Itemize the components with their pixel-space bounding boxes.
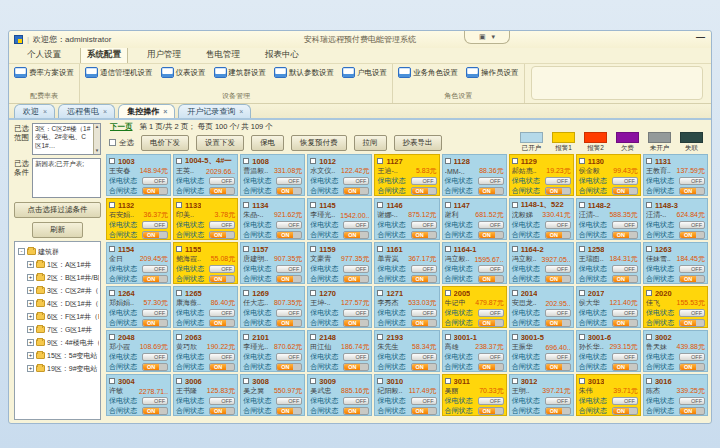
room-card[interactable]: 1155鲍海霞..55.08元保电状态OFF合闸状态ON (173, 242, 238, 284)
room-checkbox[interactable] (176, 158, 182, 164)
protect-toggle[interactable]: OFF (209, 221, 235, 229)
switch-toggle[interactable]: ON (612, 231, 638, 239)
expander-icon[interactable]: + (27, 300, 34, 307)
protect-toggle[interactable]: OFF (276, 397, 302, 405)
room-card[interactable]: 1012水文仪..122.42元保电状态OFF合闸状态ON (307, 154, 372, 196)
scroll-up-icon[interactable]: ▲ (95, 125, 99, 130)
room-card[interactable]: 1148-2汪清-..588.35元保电状态OFF合闸状态ON (576, 198, 641, 240)
switch-toggle[interactable]: ON (343, 407, 369, 415)
room-checkbox[interactable] (310, 158, 316, 164)
room-card[interactable]: 1003王安春148.94元保电状态OFF合闸状态ON (106, 154, 171, 196)
room-checkbox[interactable] (109, 378, 115, 384)
switch-toggle[interactable]: ON (478, 275, 504, 283)
ribbon-button[interactable]: 费率方案设置 (14, 67, 74, 78)
room-checkbox[interactable] (176, 334, 182, 340)
room-checkbox[interactable] (646, 290, 652, 296)
room-checkbox[interactable] (579, 290, 585, 296)
menu-item[interactable]: 用户管理 (141, 47, 187, 63)
protect-toggle[interactable]: OFF (545, 353, 571, 361)
protect-toggle[interactable]: OFF (478, 353, 504, 361)
room-checkbox[interactable] (646, 334, 652, 340)
minimize-button[interactable]: — (696, 32, 705, 42)
protect-toggle[interactable]: OFF (142, 177, 168, 185)
switch-toggle[interactable]: ON (679, 231, 705, 239)
room-checkbox[interactable] (512, 290, 518, 296)
protect-toggle[interactable]: OFF (545, 397, 571, 405)
room-card[interactable]: 1164-1冯立毅..1595.67..保电状态OFF合闸状态ON (442, 242, 507, 284)
expander-icon[interactable]: + (27, 313, 34, 320)
room-card[interactable]: 3001-6孙长华..293.15元保电状态OFF合闸状态ON (576, 330, 641, 372)
room-card[interactable]: 1004-5、4#一王英..2029.66..保电状态OFF合闸状态ON (173, 154, 238, 196)
room-card[interactable]: 1157唐建明..907.35元保电状态OFF合闸状态ON (240, 242, 305, 284)
expander-icon[interactable]: + (27, 274, 34, 281)
switch-toggle[interactable]: ON (612, 319, 638, 327)
room-checkbox[interactable] (176, 378, 182, 384)
room-card[interactable]: 1130侯金毅99.43元保电状态OFF合闸状态ON (576, 154, 641, 196)
switch-toggle[interactable]: ON (545, 187, 571, 195)
protect-toggle[interactable]: OFF (411, 397, 437, 405)
switch-toggle[interactable]: ON (679, 275, 705, 283)
switch-toggle[interactable]: ON (209, 187, 235, 195)
room-checkbox[interactable] (646, 246, 652, 252)
room-card[interactable]: 1159文豪青977.35元保电状态OFF合闸状态ON (307, 242, 372, 284)
tree-node[interactable]: +7区：G区1#井 (27, 323, 99, 336)
switch-toggle[interactable]: ON (478, 231, 504, 239)
room-card[interactable]: 1134朱晶-..921.62元保电状态OFF合闸状态ON (240, 198, 305, 240)
select-all-checkbox[interactable] (109, 139, 116, 146)
room-card[interactable]: 2020佳飞155.53元保电状态OFF合闸状态ON (643, 286, 708, 328)
expander-icon[interactable]: + (27, 287, 34, 294)
protect-toggle[interactable]: OFF (343, 265, 369, 273)
switch-toggle[interactable]: ON (411, 319, 437, 327)
room-checkbox[interactable] (109, 290, 115, 296)
protect-toggle[interactable]: OFF (545, 265, 571, 273)
protect-toggle[interactable]: OFF (411, 177, 437, 185)
room-checkbox[interactable] (243, 334, 249, 340)
scroll-down-icon[interactable]: ▼ (95, 149, 99, 154)
switch-toggle[interactable]: ON (478, 363, 504, 371)
collapse-arrow-icon[interactable]: ▾ (492, 33, 496, 41)
room-checkbox[interactable] (310, 334, 316, 340)
protect-toggle[interactable]: OFF (679, 397, 705, 405)
switch-toggle[interactable]: ON (478, 319, 504, 327)
expander-icon[interactable]: + (27, 261, 34, 268)
room-card[interactable]: 1161单青岚367.17元保电状态OFF合闸状态ON (374, 242, 439, 284)
protect-toggle[interactable]: OFF (679, 353, 705, 361)
protect-toggle[interactable]: OFF (209, 177, 235, 185)
switch-toggle[interactable]: ON (545, 363, 571, 371)
tree-node[interactable]: +3区：C区2#井（1#变… (27, 284, 99, 297)
room-card[interactable]: 1148-3汪清-..624.84元保电状态OFF合闸状态ON (643, 198, 708, 240)
protect-toggle[interactable]: OFF (343, 177, 369, 185)
room-checkbox[interactable] (377, 202, 383, 208)
switch-toggle[interactable]: ON (411, 187, 437, 195)
choose-filter-button[interactable]: 点击选择过滤条件 (14, 202, 101, 218)
protect-toggle[interactable]: OFF (478, 265, 504, 273)
room-card[interactable]: 2101李瑾光..870.62元保电状态OFF合闸状态ON (240, 330, 305, 372)
room-checkbox[interactable] (176, 246, 182, 252)
action-button[interactable]: 拉闸 (354, 135, 387, 151)
action-button[interactable]: 设置下发 (196, 135, 244, 151)
switch-toggle[interactable]: ON (343, 275, 369, 283)
room-checkbox[interactable] (646, 378, 652, 384)
protect-toggle[interactable]: OFF (612, 397, 638, 405)
room-checkbox[interactable] (512, 158, 518, 164)
tree-node[interactable]: +1区：A区1#井 (27, 258, 99, 271)
protect-toggle[interactable]: OFF (545, 221, 571, 229)
room-card[interactable]: 1147谢利681.52元保电状态OFF合闸状态ON (442, 198, 507, 240)
protect-toggle[interactable]: OFF (276, 221, 302, 229)
room-card[interactable]: 2048郑小霞108.69元保电状态OFF合闸状态ON (106, 330, 171, 372)
protect-toggle[interactable]: OFF (612, 265, 638, 273)
room-card[interactable]: 2014安思龙..202.95..保电状态OFF合闸状态ON (509, 286, 574, 328)
switch-toggle[interactable]: ON (612, 407, 638, 415)
protect-toggle[interactable]: OFF (679, 265, 705, 273)
protect-toggle[interactable]: OFF (612, 309, 638, 317)
expander-icon[interactable]: + (27, 339, 34, 346)
room-checkbox[interactable] (243, 378, 249, 384)
protect-toggle[interactable]: OFF (679, 221, 705, 229)
protect-toggle[interactable]: OFF (612, 177, 638, 185)
room-card[interactable]: 1264郑娟娟..57.30元保电状态OFF合闸状态ON (106, 286, 171, 328)
ribbon-collapse-bubble[interactable]: ▣▾ (464, 31, 510, 44)
tree-node[interactable]: +6区：F区1#井（F区1#… (27, 310, 99, 323)
switch-toggle[interactable]: ON (276, 275, 302, 283)
switch-toggle[interactable]: ON (411, 231, 437, 239)
room-checkbox[interactable] (377, 158, 383, 164)
